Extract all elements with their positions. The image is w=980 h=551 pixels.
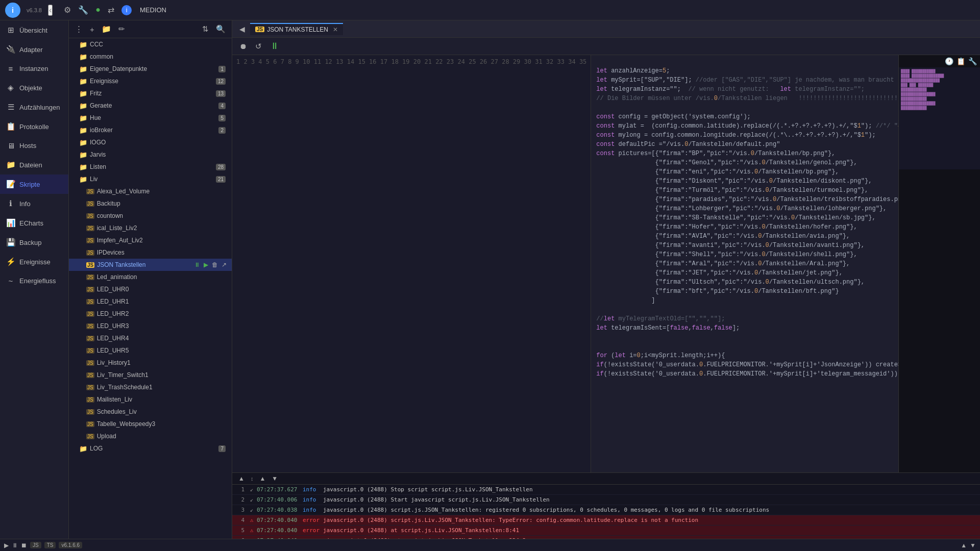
list-item[interactable]: JS ical_Liste_Liv2 ▶ 🗑 ↗ — [69, 222, 232, 234]
delete-button[interactable]: 🗑 — [211, 261, 219, 268]
sidebar-item-scripts[interactable]: 📝 Skripte — [0, 174, 68, 194]
more-options-button[interactable]: ⋮ — [73, 23, 85, 35]
list-item[interactable]: JS Backitup ▶ 🗑 ↗ — [69, 197, 232, 210]
js-file-icon: JS — [86, 397, 94, 403]
list-item[interactable]: 📁 Jarvis — [69, 148, 232, 161]
list-item[interactable]: JS Liv_Timer_Switch1 ▶ 🗑 ↗ — [69, 369, 232, 381]
tools-icon[interactable]: ⚙ — [64, 5, 71, 15]
folder-icon: 📁 — [79, 41, 87, 48]
list-item[interactable]: 📁 IOGO — [69, 136, 232, 148]
sidebar-label-adapter: Adapter — [19, 46, 43, 54]
search-button[interactable]: 🔍 — [214, 23, 228, 35]
play-pause-button[interactable]: ⏸ — [268, 40, 281, 53]
sidebar-item-events[interactable]: ⚡ Ereignisse — [0, 252, 68, 271]
sidebar-item-objects[interactable]: ◈ Objekte — [0, 78, 68, 97]
list-item[interactable]: JS countown ▶ 🗑 ↗ — [69, 210, 232, 222]
refresh-button[interactable]: ↺ — [253, 41, 264, 52]
list-item[interactable]: JS LED_UHR2 ▶ 🗑 ↗ — [69, 308, 232, 320]
js-file-icon: JS — [86, 336, 94, 341]
list-item[interactable]: JS Schedules_Liv ▶ 🗑 ↗ — [69, 406, 232, 418]
list-item[interactable]: 📁 LOG 7 — [69, 442, 232, 455]
sidebar-item-instances[interactable]: ≡ Instanzen — [0, 59, 68, 78]
history-icon[interactable]: 🕐 — [945, 57, 953, 65]
list-item[interactable]: JS Tabelle_Webspeedy3 ▶ 🗑 ↗ — [69, 418, 232, 430]
statusbar-collapse-button[interactable]: ▼ — [970, 542, 976, 549]
sidebar-item-hosts[interactable]: 🖥 Hosts — [0, 136, 68, 155]
statusbar-pause-button[interactable]: ⏸ — [12, 542, 18, 549]
tools-icon[interactable]: 🔧 — [968, 57, 977, 65]
log-expand-button[interactable]: ▲ — [257, 474, 267, 483]
file-name: Liv_History1 — [97, 359, 228, 366]
list-item[interactable]: 📁 Eigene_Datenpunkte 1 — [69, 63, 232, 75]
edit-button[interactable]: ✏ — [116, 23, 127, 35]
log-scroll-up-button[interactable]: ▲ — [236, 474, 247, 483]
settings-icon[interactable]: 🔧 — [78, 5, 88, 15]
editor-tab-json-tankstellen[interactable]: JS JSON TANKSTELLEN ✕ — [250, 23, 343, 35]
list-item[interactable]: 📁 Liv 21 — [69, 173, 232, 185]
list-item[interactable]: 📁 Listen 28 — [69, 161, 232, 173]
list-item[interactable]: 📁 CCC — [69, 38, 232, 51]
mini-preview-code: ████ ███████████ ████ ███████████████ ██… — [899, 67, 980, 169]
list-item[interactable]: JS Impfen_Aut_Liv2 ▶ 🗑 ↗ — [69, 234, 232, 246]
list-item[interactable]: 📁 Ereignisse 12 — [69, 75, 232, 87]
list-item[interactable]: JS LED_UHR3 ▶ 🗑 ↗ — [69, 320, 232, 332]
file-badge: 2 — [218, 127, 226, 134]
sidebar-label-backup: Backup — [19, 239, 41, 246]
sidebar-item-protocols[interactable]: 📋 Protokolle — [0, 117, 68, 136]
list-item[interactable]: 📁 ioBroker 2 — [69, 124, 232, 136]
list-item[interactable]: JS LED_UHR4 ▶ 🗑 ↗ — [69, 332, 232, 344]
editor-toolbar: ⏺ ↺ ⏸ — [232, 38, 980, 55]
list-item[interactable]: 📁 Fritz 13 — [69, 87, 232, 99]
file-badge: 4 — [218, 103, 226, 109]
list-item[interactable]: JS Liv_History1 ▶ 🗑 ↗ — [69, 357, 232, 369]
list-item[interactable]: JS Led_animation ▶ 🗑 ↗ — [69, 271, 232, 283]
js-file-icon: JS — [86, 238, 94, 243]
clipboard-icon[interactable]: 📋 — [957, 57, 965, 65]
sidebar-item-adapter[interactable]: 🔌 Adapter — [0, 40, 68, 59]
sidebar-item-info[interactable]: ℹ Info — [0, 194, 68, 213]
add-folder-button[interactable]: 📁 — [100, 23, 113, 35]
folder-icon: 📁 — [79, 78, 87, 85]
sidebar-item-echarts[interactable]: 📊 ECharts — [0, 213, 68, 233]
list-item[interactable]: JS LED_UHR1 ▶ 🗑 ↗ — [69, 295, 232, 308]
status-icon[interactable]: ● — [95, 5, 101, 15]
log-scroll-icon[interactable]: ↕ — [249, 475, 256, 482]
add-file-button[interactable]: + — [88, 24, 96, 35]
sidebar-item-overview[interactable]: ⊞ Übersicht — [0, 20, 68, 40]
sidebar-item-energyflow[interactable]: ~ Energiefluss — [0, 271, 68, 290]
sync-icon[interactable]: ⇄ — [108, 5, 114, 15]
statusbar-expand-button[interactable]: ▲ — [961, 542, 967, 549]
sort-button[interactable]: ⇅ — [200, 23, 211, 35]
folder-icon: 📁 — [79, 127, 87, 134]
code-editor[interactable]: let anzahlAnzeige=5; let mySprit=["SUP",… — [591, 55, 898, 472]
sidebar-label-info: Info — [19, 200, 31, 208]
statusbar-stop-button[interactable]: ⏹ — [21, 542, 27, 549]
list-item[interactable]: JS LED_UHR5 ▶ 🗑 ↗ — [69, 344, 232, 357]
list-item[interactable]: JS IPDevices ▶ 🗑 ↗ — [69, 246, 232, 259]
pause-button[interactable]: ⏸ — [193, 261, 201, 268]
list-item[interactable]: 📁 common — [69, 51, 232, 63]
statusbar-play-button[interactable]: ▶ — [4, 542, 9, 549]
list-item-active[interactable]: JS JSON Tankstellen ⏸ ▶ 🗑 ↗ — [69, 259, 232, 271]
sidebar-item-files[interactable]: 📁 Dateien — [0, 155, 68, 174]
export-button[interactable]: ↗ — [220, 261, 228, 268]
list-item[interactable]: 📁 Hue 5 — [69, 112, 232, 124]
play-button[interactable]: ▶ — [203, 261, 209, 268]
tab-close-button[interactable]: ✕ — [333, 26, 338, 33]
js-file-icon: JS — [86, 226, 94, 231]
tab-back-button[interactable]: ◀ — [236, 24, 248, 34]
list-item[interactable]: JS Mailisten_Liv ▶ 🗑 ↗ — [69, 393, 232, 406]
log-collapse-button[interactable]: ▼ — [270, 474, 280, 483]
run-stop-button[interactable]: ⏺ — [237, 41, 249, 52]
collapse-button[interactable]: ‹ — [48, 5, 53, 16]
sidebar-item-enums[interactable]: ☰ Aufzählungen — [0, 97, 68, 117]
host-icon: i — [121, 5, 132, 15]
file-name: JSON Tankstellen — [97, 261, 193, 268]
list-item[interactable]: 📁 Geraete 4 — [69, 99, 232, 112]
file-name: LED_UHR0 — [97, 286, 228, 293]
sidebar-item-backup[interactable]: 💾 Backup — [0, 233, 68, 252]
list-item[interactable]: JS LED_UHR0 ▶ 🗑 ↗ — [69, 283, 232, 295]
list-item[interactable]: JS Upload ▶ 🗑 ↗ — [69, 430, 232, 442]
list-item[interactable]: JS Liv_TrashSchedule1 ▶ 🗑 ↗ — [69, 381, 232, 393]
list-item[interactable]: JS Alexa_Led_Volume ▶ 🗑 ↗ — [69, 185, 232, 197]
